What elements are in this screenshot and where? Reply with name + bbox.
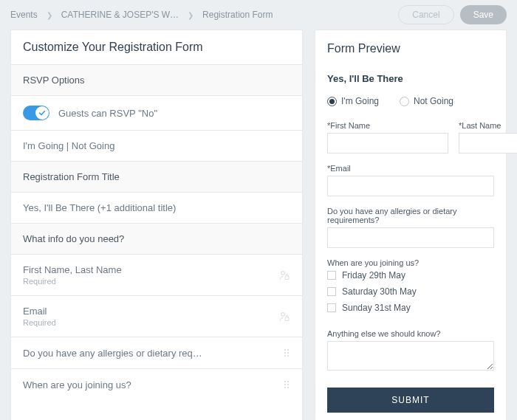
radio-label: I'm Going	[341, 96, 379, 106]
anything-label: Anything else we should know?	[327, 329, 494, 338]
status-labels-value: I'm Going | Not Going	[23, 140, 114, 151]
checkbox-saturday[interactable]: Saturday 30th May	[327, 286, 494, 297]
checkbox-icon	[327, 287, 336, 296]
svg-rect-3	[285, 317, 289, 321]
checkbox-label: Friday 29th May	[342, 270, 405, 280]
drag-handle-icon[interactable]	[283, 347, 290, 359]
preview-heading: Form Preview	[327, 42, 494, 55]
chevron-right-icon: ❯	[188, 11, 194, 19]
page-title: Customize Your Registration Form	[11, 30, 302, 65]
rsvp-no-toggle[interactable]	[23, 106, 49, 120]
field-label: When are you joining us?	[23, 379, 131, 390]
breadcrumb: Events ❯ CATHERINE & JOSEP'S W… ❯ Regist…	[10, 10, 273, 20]
joining-label: When are you joining us?	[327, 258, 494, 267]
status-labels-row[interactable]: I'm Going | Not Going	[11, 131, 302, 162]
svg-point-9	[287, 355, 289, 357]
svg-point-0	[281, 271, 285, 275]
preview-panel: Form Preview Yes, I'll Be There I'm Goin…	[315, 30, 507, 420]
form-title-row[interactable]: Yes, I'll Be There (+1 additional title)	[11, 193, 302, 224]
radio-icon	[400, 97, 409, 106]
cancel-button[interactable]: Cancel	[398, 5, 453, 24]
allergies-input[interactable]	[327, 227, 494, 248]
person-lock-icon	[278, 311, 290, 323]
radio-label: Not Going	[414, 96, 453, 106]
person-lock-icon	[278, 269, 290, 281]
rsvp-toggle-label: Guests can RSVP "No"	[58, 108, 157, 119]
section-info-needed: What info do you need?	[11, 224, 302, 255]
checkbox-label: Saturday 30th May	[342, 286, 417, 297]
field-row-email[interactable]: Email Required	[11, 296, 302, 337]
svg-point-14	[284, 387, 286, 388]
svg-point-8	[284, 355, 286, 357]
first-name-input[interactable]	[327, 133, 448, 154]
chevron-right-icon: ❯	[47, 11, 52, 19]
breadcrumb-event-name[interactable]: CATHERINE & JOSEP'S W…	[61, 10, 179, 20]
drag-handle-icon[interactable]	[283, 379, 290, 390]
section-form-title: Registration Form Title	[11, 162, 302, 193]
field-row-first-last-name[interactable]: First Name, Last Name Required	[11, 255, 302, 296]
svg-point-10	[284, 381, 286, 382]
checkbox-label: Sunday 31st May	[342, 303, 411, 313]
first-name-label: *First Name	[327, 121, 448, 130]
editor-panel: Customize Your Registration Form RSVP Op…	[10, 30, 303, 420]
radio-not-going[interactable]: Not Going	[400, 96, 453, 106]
rsvp-radio-group: I'm Going Not Going	[327, 96, 494, 106]
form-title-value: Yes, I'll Be There (+1 additional title)	[23, 202, 176, 213]
save-button[interactable]: Save	[460, 5, 507, 24]
topbar: Events ❯ CATHERINE & JOSEP'S W… ❯ Regist…	[0, 0, 517, 30]
submit-button[interactable]: SUBMIT	[327, 388, 494, 413]
field-label: Email	[23, 306, 56, 317]
field-sublabel: Required	[23, 318, 56, 327]
field-label: First Name, Last Name	[23, 264, 122, 275]
field-row-joining[interactable]: When are you joining us?	[11, 369, 302, 400]
last-name-label: *Last Name	[459, 121, 517, 130]
svg-point-11	[287, 381, 289, 382]
section-rsvp-options: RSVP Options	[11, 65, 302, 96]
svg-point-13	[287, 384, 289, 385]
field-sublabel: Required	[23, 277, 122, 286]
svg-rect-1	[285, 276, 289, 280]
svg-point-12	[284, 384, 286, 385]
checkbox-icon	[327, 271, 336, 280]
svg-point-6	[284, 352, 286, 354]
preview-status-heading: Yes, I'll Be There	[327, 73, 494, 84]
last-name-input[interactable]	[459, 133, 517, 154]
breadcrumb-current: Registration Form	[202, 10, 273, 20]
allergies-label: Do you have any allergies or dietary req…	[327, 207, 494, 224]
field-label: Do you have any allergies or dietary req…	[23, 348, 202, 359]
radio-going[interactable]: I'm Going	[327, 96, 379, 106]
svg-point-5	[287, 349, 289, 351]
email-input[interactable]	[327, 176, 494, 196]
rsvp-toggle-row: Guests can RSVP "No"	[11, 96, 302, 131]
checkbox-icon	[327, 303, 336, 312]
svg-point-2	[281, 312, 285, 316]
svg-point-15	[287, 387, 289, 388]
check-icon	[35, 106, 49, 120]
anything-textarea[interactable]	[327, 341, 494, 371]
field-row-allergies[interactable]: Do you have any allergies or dietary req…	[11, 337, 302, 369]
svg-point-4	[284, 349, 286, 351]
checkbox-friday[interactable]: Friday 29th May	[327, 270, 494, 280]
checkbox-sunday[interactable]: Sunday 31st May	[327, 303, 494, 313]
breadcrumb-events[interactable]: Events	[10, 10, 38, 20]
svg-point-7	[287, 352, 289, 354]
radio-icon	[327, 97, 337, 106]
email-label: *Email	[327, 164, 494, 173]
